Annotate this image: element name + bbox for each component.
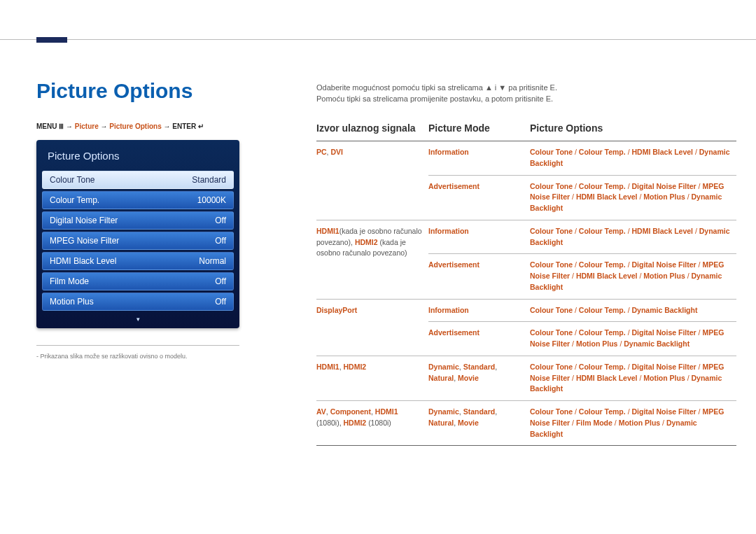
breadcrumb-menu: MENU	[36, 122, 57, 130]
breadcrumb-enter: ENTER	[172, 122, 196, 130]
table-row: HDMI1, HDMI2Dynamic, Standard, Natural, …	[316, 356, 736, 400]
page-content: Picture Options MENU Ⅲ → Picture → Pictu…	[0, 39, 756, 446]
cell-options: Colour Tone / Colour Temp. / Digital Noi…	[530, 254, 736, 299]
breadcrumb-picture-options: Picture Options	[109, 122, 161, 130]
cell-options: Colour Tone / Colour Temp. / Dynamic Bac…	[530, 299, 736, 322]
options-table: Izvor ulaznog signala Picture Mode Pictu…	[316, 118, 736, 446]
osd-row[interactable]: Colour ToneStandard	[42, 171, 234, 189]
osd-row-label: Digital Noise Filter	[50, 216, 118, 225]
right-column: Odaberite mogućnost pomoću tipki sa stre…	[316, 79, 720, 446]
osd-row[interactable]: Colour Temp.10000K	[42, 191, 234, 209]
table-row: DisplayPortInformationColour Tone / Colo…	[316, 299, 736, 322]
footnote-text: - Prikazana slika može se razlikovati ov…	[36, 353, 239, 360]
description-line-1: Odaberite mogućnost pomoću tipki sa stre…	[316, 83, 720, 92]
cell-mode: Advertisement	[428, 322, 530, 356]
osd-row[interactable]: HDMI Black LevelNormal	[42, 252, 234, 270]
breadcrumb: MENU Ⅲ → Picture → Picture Options → ENT…	[36, 122, 281, 130]
cell-mode: Dynamic, Standard, Natural, Movie	[428, 356, 530, 400]
page-number: 111	[678, 530, 720, 534]
cell-options: Colour Tone / Colour Temp. / Digital Noi…	[530, 356, 736, 400]
table-row: PC, DVIInformationColour Tone / Colour T…	[316, 141, 736, 176]
osd-row-label: HDMI Black Level	[50, 256, 116, 266]
osd-row-value: Normal	[199, 256, 226, 266]
cell-source: PC, DVI	[316, 141, 428, 220]
osd-row-label: Colour Temp.	[50, 195, 99, 205]
cell-options: Colour Tone / Colour Temp. / HDMI Black …	[530, 220, 736, 254]
cell-source: DisplayPort	[316, 299, 428, 356]
arrow-icon: →	[164, 122, 171, 130]
left-column: Picture Options MENU Ⅲ → Picture → Pictu…	[36, 79, 281, 360]
osd-row-value: Off	[215, 216, 226, 225]
page-title: Picture Options	[36, 79, 281, 103]
osd-row-value: Off	[215, 276, 226, 286]
chevron-down-icon[interactable]: ▾	[42, 313, 234, 323]
osd-row-label: Motion Plus	[50, 297, 94, 307]
table-header-mode: Picture Mode	[428, 118, 530, 141]
osd-row[interactable]: Digital Noise FilterOff	[42, 211, 234, 230]
description-line-2: Pomoću tipki sa strelicama promijenite p…	[316, 94, 720, 103]
osd-row-value: Standard	[192, 175, 226, 185]
cell-mode: Information	[428, 220, 530, 254]
osd-row[interactable]: Motion PlusOff	[42, 293, 234, 311]
cell-mode: Advertisement	[428, 175, 530, 220]
osd-row-label: MPEG Noise Filter	[50, 236, 119, 246]
osd-row-value: Off	[215, 236, 226, 246]
corner-accent	[36, 37, 67, 43]
table-header-source: Izvor ulaznog signala	[316, 118, 428, 141]
cell-options: Colour Tone / Colour Temp. / HDMI Black …	[530, 141, 736, 176]
cell-mode: Advertisement	[428, 254, 530, 299]
osd-row[interactable]: Film ModeOff	[42, 272, 234, 290]
cell-source: AV, Component, HDMI1 (1080i), HDMI2 (108…	[316, 401, 428, 446]
enter-icon: ↵	[198, 122, 204, 130]
cell-mode: Information	[428, 141, 530, 176]
menu-icon: Ⅲ	[59, 122, 64, 130]
osd-row-label: Film Mode	[50, 276, 89, 286]
table-row: HDMI1(kada je osobno računalo povezano),…	[316, 220, 736, 254]
cell-source: HDMI1, HDMI2	[316, 356, 428, 400]
table-header-options: Picture Options	[530, 118, 736, 141]
cell-options: Colour Tone / Colour Temp. / Digital Noi…	[530, 175, 736, 220]
cell-mode: Dynamic, Standard, Natural, Movie	[428, 401, 530, 446]
osd-row-label: Colour Tone	[50, 175, 95, 185]
arrow-icon: →	[66, 122, 73, 130]
osd-row[interactable]: MPEG Noise FilterOff	[42, 232, 234, 250]
osd-title: Picture Options	[42, 146, 234, 169]
cell-source: HDMI1(kada je osobno računalo povezano),…	[316, 220, 428, 299]
osd-row-value: Off	[215, 297, 226, 307]
breadcrumb-picture: Picture	[75, 122, 99, 130]
footnote-divider	[36, 345, 239, 346]
cell-mode: Information	[428, 299, 530, 322]
table-row: AV, Component, HDMI1 (1080i), HDMI2 (108…	[316, 401, 736, 446]
osd-row-value: 10000K	[197, 195, 226, 205]
cell-options: Colour Tone / Colour Temp. / Digital Noi…	[530, 322, 736, 356]
arrow-icon: →	[100, 122, 107, 130]
osd-panel: Picture Options Colour ToneStandardColou…	[36, 140, 239, 328]
cell-options: Colour Tone / Colour Temp. / Digital Noi…	[530, 401, 736, 446]
